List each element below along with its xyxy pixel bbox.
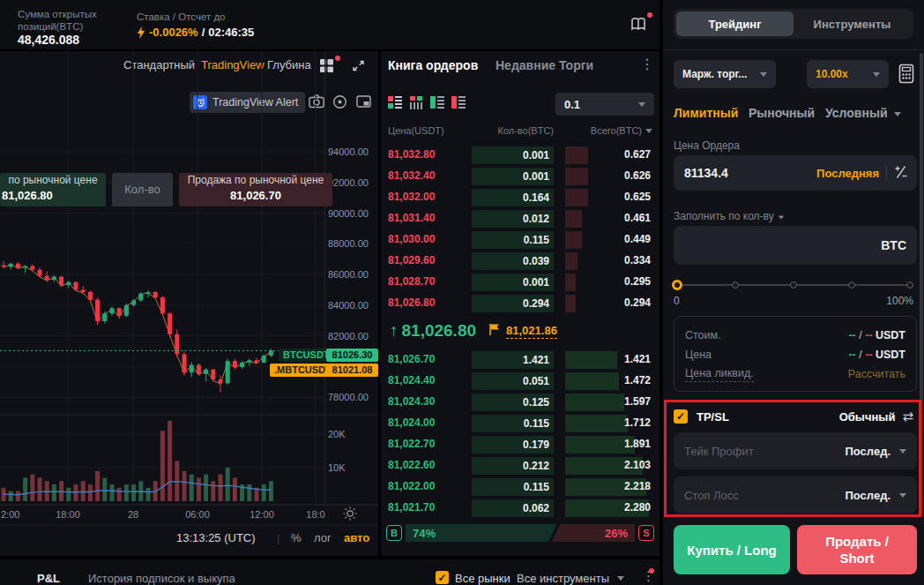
order-type-conditional[interactable]: Условный bbox=[825, 106, 888, 120]
orderbook-bid-row[interactable]: 0.17981,022.701.891 bbox=[381, 434, 659, 455]
ob-price[interactable]: 81,032.00 bbox=[388, 191, 435, 203]
tab-pnl[interactable]: P&L bbox=[37, 572, 60, 585]
tab-orderbook[interactable]: Книга ордеров bbox=[388, 58, 478, 72]
orderbook-ask-row[interactable]: 0.11581,030.000.449 bbox=[381, 229, 659, 251]
sell-market-overlay[interactable]: Продажа по рыночной цене 81,026.70 bbox=[179, 173, 332, 206]
price-chart[interactable] bbox=[0, 51, 378, 556]
calculate-link[interactable]: Рассчитать bbox=[848, 368, 905, 380]
slider-handle[interactable] bbox=[672, 280, 682, 290]
buy-long-button[interactable]: Купить / Long bbox=[674, 525, 790, 574]
tab-recent-trades[interactable]: Недавние Торги bbox=[496, 58, 593, 72]
orderbook-bid-row[interactable]: 0.21281,022.602.103 bbox=[381, 455, 659, 476]
precision-dropdown[interactable]: 0.1 bbox=[555, 93, 654, 116]
sun-theme-icon[interactable] bbox=[342, 506, 358, 524]
order-price-field[interactable]: 81134.4 Последняя bbox=[674, 155, 917, 191]
ob-price[interactable]: 81,026.70 bbox=[388, 353, 435, 365]
all-markets-checkbox[interactable]: ✓ bbox=[436, 571, 449, 584]
stop-loss-field[interactable]: Стоп Лосс Послед. bbox=[674, 476, 917, 514]
ob-price[interactable]: 81,024.40 bbox=[388, 374, 435, 386]
orderbook-bid-row[interactable]: 0.11581,022.002.218 bbox=[381, 476, 659, 498]
ob-price[interactable]: 81,022.00 bbox=[388, 480, 435, 492]
orderbook-ask-row[interactable]: 0.00181,032.800.627 bbox=[381, 145, 659, 166]
ob-price[interactable]: 81,030.00 bbox=[388, 233, 435, 245]
trading-terminal: Сумма открытых позиций(BTC) 48,426.088 С… bbox=[0, 0, 924, 585]
orderbook-panel: Книга ордеров Недавние Торги ⋮ 0.1 Цена(… bbox=[381, 51, 659, 556]
buy-market-overlay[interactable]: по рыночной цене 81,026.80 bbox=[0, 173, 106, 206]
orderbook-bid-row[interactable]: 0.12581,024.301.597 bbox=[381, 392, 659, 413]
tab-subscription-history[interactable]: История подписок и выкупа bbox=[88, 572, 235, 585]
tab-trading[interactable]: Трейдинг bbox=[676, 11, 794, 36]
view-combined-icon[interactable] bbox=[388, 95, 402, 109]
orderbook-bid-row[interactable]: 0.11581,024.001.712 bbox=[381, 413, 659, 434]
view-split-icon[interactable] bbox=[409, 95, 423, 109]
margin-mode-dropdown[interactable]: Марж. торг... bbox=[674, 60, 776, 88]
orderbook-ask-row[interactable]: 0.00181,032.400.626 bbox=[381, 166, 659, 187]
ob-price[interactable]: 81,028.70 bbox=[388, 275, 435, 288]
use-last-price-link[interactable]: Последняя bbox=[816, 167, 879, 180]
order-price-value[interactable]: 81134.4 bbox=[684, 166, 816, 180]
slider-dot-50[interactable] bbox=[790, 281, 797, 289]
scale-log-toggle[interactable]: лог bbox=[314, 531, 332, 544]
ob-price[interactable]: 81,021.70 bbox=[388, 501, 435, 514]
orderbook-ask-row[interactable]: 0.29481,026.800.294 bbox=[381, 293, 659, 314]
ob-price[interactable]: 81,031.40 bbox=[388, 212, 435, 224]
scale-percent-toggle[interactable]: % bbox=[291, 531, 302, 544]
all-markets-label[interactable]: Все рынки bbox=[455, 572, 510, 585]
order-qty-field[interactable]: BTC bbox=[674, 226, 917, 265]
take-profit-field[interactable]: Тейк Профит Послед. bbox=[674, 432, 917, 469]
view-bids-only-icon[interactable] bbox=[430, 95, 444, 109]
price-stepper-icon[interactable] bbox=[894, 165, 908, 182]
ob-qty: 0.164 bbox=[472, 189, 554, 206]
orderbook-bid-row[interactable]: 0.06281,021.702.280 bbox=[381, 498, 659, 519]
mid-index-price[interactable]: 81,021.86 bbox=[506, 324, 557, 339]
orderbook-toggle-icon[interactable] bbox=[628, 14, 651, 37]
orderbook-ask-row[interactable]: 0.16481,032.000.625 bbox=[381, 187, 659, 208]
sl-trigger-type[interactable]: Послед. bbox=[845, 489, 890, 502]
orderbook-bid-row[interactable]: 0.05181,024.401.472 bbox=[381, 371, 659, 392]
ob-price[interactable]: 81,029.60 bbox=[388, 254, 435, 266]
ob-price[interactable]: 81,022.60 bbox=[388, 459, 435, 471]
tab-tools[interactable]: Инструменты bbox=[794, 11, 911, 36]
slider-dot-75[interactable] bbox=[848, 281, 855, 289]
qty-slider[interactable] bbox=[677, 284, 910, 286]
order-type-limit[interactable]: Лимитный bbox=[674, 106, 738, 120]
bottom-bar: P&L История подписок и выкупа ✓ Все рынк… bbox=[0, 559, 659, 585]
view-asks-only-icon[interactable] bbox=[451, 95, 466, 109]
mid-last-price[interactable]: 81,026.80 bbox=[402, 321, 477, 341]
orderbook-ask-row[interactable]: 0.03981,029.600.334 bbox=[381, 251, 659, 272]
tpsl-mode-swap-icon[interactable]: ⇄ bbox=[902, 409, 913, 424]
panel-tabs: Трейдинг Инструменты bbox=[674, 9, 913, 39]
fill-by-qty-text[interactable]: Заполнить по кол-ву bbox=[674, 210, 774, 222]
qty-overlay[interactable]: Кол-во bbox=[112, 173, 173, 206]
price-axis-label: 86000.00 bbox=[328, 269, 376, 280]
tp-trigger-type[interactable]: Послед. bbox=[845, 445, 890, 458]
calculator-icon[interactable] bbox=[898, 64, 915, 87]
sell-short-button[interactable]: Продать / Short bbox=[797, 525, 917, 574]
orderbook-ask-row[interactable]: 0.00181,028.700.295 bbox=[381, 272, 659, 293]
bottom-menu-icon[interactable]: ⋮ bbox=[642, 568, 655, 584]
funding-separator: / bbox=[202, 26, 205, 39]
leverage-dropdown[interactable]: 10.00x bbox=[807, 60, 889, 88]
ob-price[interactable]: 81,032.80 bbox=[388, 148, 435, 161]
ob-total: 0.294 bbox=[624, 296, 651, 309]
slider-dot-25[interactable] bbox=[732, 281, 739, 289]
tpsl-checkbox[interactable]: ✓ bbox=[674, 409, 688, 424]
ob-price[interactable]: 81,032.40 bbox=[388, 169, 435, 182]
ob-total: 0.625 bbox=[624, 191, 651, 203]
orderbook-ask-row[interactable]: 0.01281,031.400.461 bbox=[381, 208, 659, 229]
ob-price[interactable]: 81,022.70 bbox=[388, 438, 435, 450]
order-type-market[interactable]: Рыночный bbox=[749, 106, 815, 120]
ob-qty: 0.294 bbox=[472, 295, 554, 312]
orderbook-bid-row[interactable]: 1.42181,026.701.421 bbox=[381, 349, 659, 371]
slider-dot-100[interactable] bbox=[906, 281, 913, 289]
scale-auto-toggle[interactable]: авто bbox=[344, 531, 369, 544]
ob-price[interactable]: 81,026.80 bbox=[388, 296, 435, 309]
bid-depth-bar bbox=[565, 351, 617, 369]
ob-qty: 0.012 bbox=[472, 210, 554, 228]
ob-price[interactable]: 81,024.30 bbox=[388, 395, 435, 408]
ob-price[interactable]: 81,024.00 bbox=[388, 416, 435, 429]
bid-depth-bar bbox=[565, 372, 619, 390]
all-instruments-dropdown[interactable]: Все инструменты bbox=[517, 572, 609, 585]
scrollbar[interactable] bbox=[920, 53, 923, 516]
orderbook-menu-icon[interactable]: ⋮ bbox=[640, 56, 654, 72]
